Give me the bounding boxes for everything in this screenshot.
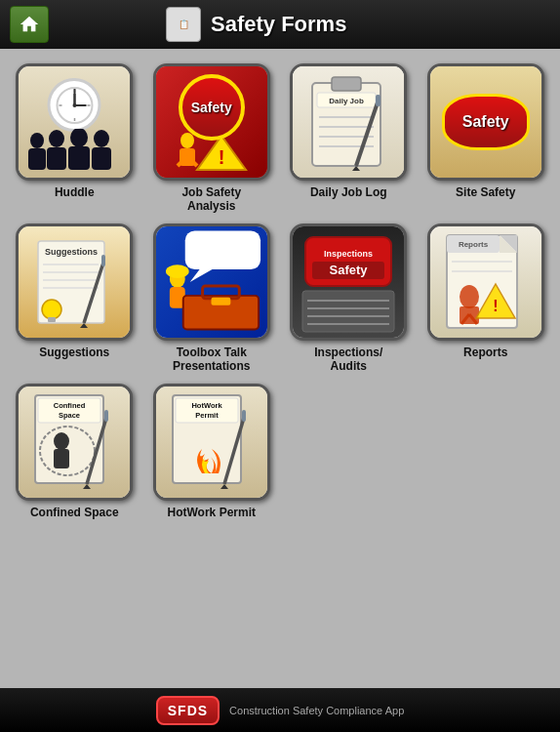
svg-point-16 xyxy=(180,133,194,148)
app-footer: SFDS Construction Safety Compliance App xyxy=(0,688,560,732)
huddle-icon-box[interactable] xyxy=(16,63,133,181)
sitesafety-label: Site Safety xyxy=(456,185,515,199)
inspections-label: Inspections/Audits xyxy=(314,346,382,374)
svg-rect-51 xyxy=(211,298,230,305)
svg-marker-82 xyxy=(83,484,91,489)
svg-text:Reports: Reports xyxy=(459,240,489,249)
svg-rect-90 xyxy=(242,410,246,422)
reports-icon: Reports ! xyxy=(430,226,541,338)
toolbox-graphic xyxy=(156,225,267,338)
svg-rect-15 xyxy=(92,147,111,170)
hotwork-graphic: HotWork Permit xyxy=(168,390,256,493)
confined-item[interactable]: Confined Space Confined Space xyxy=(10,384,140,519)
svg-rect-11 xyxy=(47,147,66,170)
svg-text:Inspections: Inspections xyxy=(324,249,373,259)
jsa-label: Job SafetyAnalysis xyxy=(181,185,241,214)
footer-logo: SFDS xyxy=(156,696,220,725)
hotwork-icon: HotWork Permit xyxy=(156,386,267,498)
svg-text:Daily Job: Daily Job xyxy=(329,97,364,105)
reports-item[interactable]: Reports ! Reports xyxy=(421,224,551,374)
home-button[interactable] xyxy=(10,6,49,43)
people-graphic xyxy=(19,129,130,170)
empty-cell-2 xyxy=(421,384,551,519)
svg-text:Space: Space xyxy=(59,411,80,420)
huddle-item[interactable]: Huddle xyxy=(10,63,140,214)
svg-text:!: ! xyxy=(218,146,224,168)
sitesafety-icon: Safety xyxy=(430,66,541,178)
icon-grid-row2: Suggestions xyxy=(10,224,550,374)
svg-point-68 xyxy=(460,285,479,308)
hotwork-item[interactable]: HotWork Permit HotWork Permit xyxy=(147,384,277,519)
footer-logo-text: SFDS xyxy=(168,703,208,718)
suggestions-icon-box[interactable]: Suggestions xyxy=(16,224,133,341)
confined-label: Confined Space xyxy=(30,506,119,519)
svg-rect-40 xyxy=(48,317,56,322)
safety-badge-circle: Safety xyxy=(179,74,245,141)
confined-icon: Confined Space xyxy=(19,386,130,498)
toolbox-icon-box[interactable] xyxy=(153,224,270,341)
sitesafety-item[interactable]: Safety Site Safety xyxy=(421,63,551,214)
icon-grid-row3: Confined Space Confined Space xyxy=(10,384,550,519)
reports-label: Reports xyxy=(463,346,507,359)
suggestions-item[interactable]: Suggestions xyxy=(10,224,140,374)
svg-rect-43 xyxy=(101,255,105,266)
huddle-icon xyxy=(19,66,130,178)
inspections-icon: Inspections Safety xyxy=(293,226,404,338)
toolbox-icon xyxy=(156,226,267,338)
suggestions-graphic: Suggestions xyxy=(30,233,118,331)
suggestions-label: Suggestions xyxy=(39,346,109,359)
empty-cell-1 xyxy=(284,384,414,519)
svg-point-47 xyxy=(166,264,189,278)
svg-rect-56 xyxy=(302,291,394,332)
toolbox-item[interactable]: Toolbox TalkPresentations xyxy=(147,224,277,374)
confined-graphic: Confined Space xyxy=(30,390,118,493)
inspections-icon-box[interactable]: Inspections Safety xyxy=(290,224,407,341)
daily-label: Daily Job Log xyxy=(310,185,387,199)
page-title: Safety Forms xyxy=(211,12,346,37)
suggestions-icon: Suggestions xyxy=(19,226,130,338)
svg-point-10 xyxy=(49,130,64,147)
daily-icon-box[interactable]: Daily Job xyxy=(290,63,407,181)
jsa-icon-box[interactable]: Safety ! xyxy=(153,63,270,181)
inspections-item[interactable]: Inspections Safety Inspections/Audits xyxy=(284,224,414,374)
toolbox-label: Toolbox TalkPresentations xyxy=(173,346,250,374)
svg-point-0 xyxy=(57,88,92,123)
svg-marker-45 xyxy=(189,269,212,282)
hotwork-icon-box[interactable]: HotWork Permit xyxy=(153,384,270,501)
main-content: Huddle Safety xyxy=(0,49,560,688)
svg-text:HotWork: HotWork xyxy=(191,401,222,410)
svg-rect-44 xyxy=(184,231,260,270)
svg-point-8 xyxy=(30,133,44,148)
daily-item[interactable]: Daily Job Daily Job xyxy=(284,63,414,214)
svg-text:!: ! xyxy=(493,298,498,314)
jsa-item[interactable]: Safety ! xyxy=(147,63,277,214)
svg-point-14 xyxy=(94,130,109,147)
hotwork-label: HotWork Permit xyxy=(168,506,256,519)
svg-rect-32 xyxy=(376,95,380,106)
svg-rect-23 xyxy=(332,77,361,91)
svg-point-3 xyxy=(72,103,76,107)
reports-graphic: Reports ! xyxy=(442,230,530,333)
svg-text:Permit: Permit xyxy=(195,411,219,420)
reports-icon-box[interactable]: Reports ! xyxy=(427,224,544,341)
jsa-icon: Safety ! xyxy=(156,66,267,178)
svg-rect-9 xyxy=(28,148,46,170)
daily-clipboard-graphic: Daily Job xyxy=(307,73,390,171)
svg-text:Suggestions: Suggestions xyxy=(45,247,98,257)
svg-point-12 xyxy=(70,129,88,147)
svg-marker-89 xyxy=(220,484,228,489)
svg-rect-13 xyxy=(68,146,90,170)
header-logo: 📋 xyxy=(166,7,201,42)
svg-rect-79 xyxy=(54,449,69,468)
confined-icon-box[interactable]: Confined Space xyxy=(16,384,133,501)
svg-text:Safety: Safety xyxy=(329,263,368,277)
clock-graphic xyxy=(48,78,101,132)
daily-icon: Daily Job xyxy=(293,66,404,178)
svg-point-39 xyxy=(42,300,61,319)
sitesafety-icon-box[interactable]: Safety xyxy=(427,63,544,181)
icon-grid-row1: Huddle Safety xyxy=(10,63,550,214)
svg-point-78 xyxy=(54,432,69,450)
home-icon xyxy=(19,14,40,35)
inspections-graphic: Inspections Safety xyxy=(298,227,400,337)
footer-tagline: Construction Safety Compliance App xyxy=(229,705,404,716)
